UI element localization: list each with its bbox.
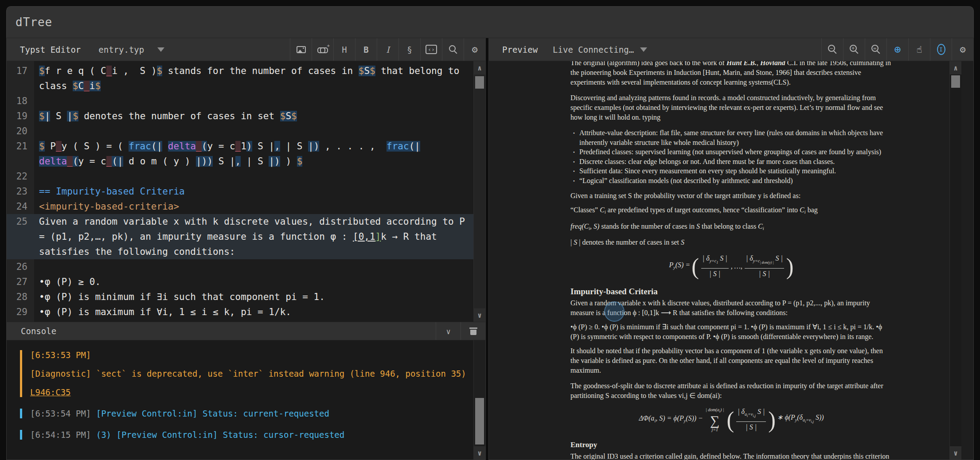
line-number: 22 bbox=[7, 169, 34, 184]
scroll-down-icon[interactable] bbox=[474, 308, 485, 322]
editor-scrollbar-thumb[interactable] bbox=[475, 76, 484, 89]
editor-scrollbar[interactable] bbox=[473, 61, 485, 322]
bullet-item: “Logical” classification models (not des… bbox=[570, 176, 892, 186]
scroll-down-icon[interactable] bbox=[950, 446, 961, 460]
formula-probability-vector: Py(S) = ( | δy=c1 S | | S | , …, | δy=c|… bbox=[570, 253, 892, 279]
scroll-up-icon[interactable] bbox=[474, 61, 485, 74]
code-line[interactable]: 24<impurity-based-criteria> bbox=[7, 199, 485, 214]
preview-settings-button[interactable] bbox=[952, 38, 973, 61]
code-line[interactable]: 21$ P_y ( S ) = ( frac(| delta_(y = c_1)… bbox=[7, 139, 485, 169]
editor-panel-title: Typst Editor bbox=[7, 45, 81, 55]
status-dropdown-icon[interactable] bbox=[640, 47, 647, 52]
console-header: Console bbox=[7, 322, 485, 340]
code-line[interactable]: 28•φ (P) is minimum if ∃i such that comp… bbox=[7, 289, 485, 304]
console-entry: [6:53:54 PM] [Preview Control:in] Status… bbox=[20, 409, 485, 418]
bold-icon: B bbox=[363, 45, 368, 55]
console-log: L946:C35[6:53:53 PM][Diagnostic] `sect` … bbox=[7, 340, 485, 460]
doc-paragraph: Discovering and analyzing patterns found… bbox=[570, 93, 892, 122]
preview-scrollbar[interactable] bbox=[949, 61, 961, 460]
line-number: 20 bbox=[7, 124, 34, 139]
code-line[interactable]: 17$f r e q ( C_i , S )$ stands for the n… bbox=[7, 63, 485, 94]
console-entries: L946:C35[6:53:53 PM][Diagnostic] `sect` … bbox=[20, 340, 485, 440]
code-editor[interactable]: 17$f r e q ( C_i , S )$ stands for the n… bbox=[7, 61, 485, 322]
console-clear-button[interactable] bbox=[461, 322, 485, 340]
zoom-out-button[interactable] bbox=[821, 38, 843, 61]
pan-button[interactable] bbox=[908, 38, 930, 61]
insert-link-button[interactable] bbox=[312, 38, 333, 61]
code-line[interactable]: 26 bbox=[7, 259, 485, 274]
doc-paragraph: | S | denotes the number of cases in set… bbox=[570, 238, 892, 247]
bullet-item: Attribute-value description: flat file, … bbox=[570, 128, 892, 147]
app-title: dTree bbox=[7, 16, 52, 29]
preview-status[interactable]: Live Connecting… bbox=[538, 45, 634, 55]
gear-icon bbox=[960, 44, 965, 55]
italic-button[interactable]: I bbox=[377, 38, 398, 61]
line-number: 28 bbox=[7, 289, 34, 304]
doc-paragraph: Given a training set S the probability v… bbox=[570, 191, 892, 201]
editor-settings-button[interactable] bbox=[464, 38, 485, 61]
console-title: Console bbox=[7, 326, 56, 336]
zoom-in-button[interactable] bbox=[843, 38, 865, 61]
cursor-indicator-button[interactable] bbox=[930, 38, 952, 61]
zoom-out-icon bbox=[828, 44, 838, 55]
console-entry: [6:54:15 PM] (3) [Preview Control:in] St… bbox=[20, 430, 485, 440]
doc-paragraph: It should be noted that if the probabili… bbox=[570, 346, 892, 375]
line-number: 18 bbox=[7, 94, 34, 109]
hand-icon bbox=[917, 44, 922, 55]
doc-paragraph: The original (algorithm) idea goes back … bbox=[570, 61, 892, 87]
section-button[interactable]: § bbox=[398, 38, 420, 61]
formula-goodness-of-split: ΔΦ(ai, S) = ϕ(Py(S)) − | dom(ai) | ∑ j=1… bbox=[570, 407, 892, 432]
scroll-down-icon[interactable] bbox=[474, 446, 485, 460]
line-number: 23 bbox=[7, 184, 34, 199]
line-number: 25 bbox=[7, 214, 34, 259]
doc-paragraph: •ϕ (P) ≥ 0. •ϕ (P) is minimum if ∃i such… bbox=[570, 322, 892, 342]
preview-scrollbar-thumb[interactable] bbox=[951, 75, 960, 88]
doc-heading-impurity: Impurity-based Criteria bbox=[570, 287, 892, 296]
cursor-indicator-icon bbox=[937, 44, 945, 55]
console-entry: [6:53:53 PM][Diagnostic] `sect` is depre… bbox=[20, 350, 485, 397]
insert-image-button[interactable] bbox=[290, 38, 312, 61]
code-line[interactable]: 22 bbox=[7, 169, 485, 184]
preview-panel: Preview Live Connecting… The original (a… bbox=[488, 38, 974, 460]
doc-heading-entropy: Entropy bbox=[570, 440, 892, 450]
inline-code-button[interactable]: ‹› bbox=[420, 38, 442, 61]
preview-panel-title: Preview bbox=[489, 45, 538, 55]
file-tab[interactable]: entry.typ bbox=[81, 45, 144, 55]
line-number: 27 bbox=[7, 274, 34, 289]
doc-paragraph: Given a random variable x with k discret… bbox=[570, 298, 892, 318]
code-line[interactable]: 23== Impurity-based Criteria bbox=[7, 184, 485, 199]
console-collapse-button[interactable] bbox=[436, 322, 461, 340]
code-line[interactable]: 19$| S |$ denotes the number of cases in… bbox=[7, 109, 485, 124]
search-icon bbox=[448, 44, 458, 55]
code-line[interactable]: 29•φ (P) is maximum if ∀i, 1 ≤ i ≤ k, pi… bbox=[7, 304, 485, 320]
follow-cursor-button[interactable] bbox=[886, 38, 908, 61]
bold-button[interactable]: B bbox=[355, 38, 377, 61]
heading-button[interactable]: H bbox=[333, 38, 355, 61]
code-line[interactable]: 20 bbox=[7, 124, 485, 139]
doc-paragraph: freq(Ci, S) stands for the number of cas… bbox=[570, 222, 892, 234]
gear-icon bbox=[472, 44, 477, 55]
preview-toolbar: Preview Live Connecting… bbox=[489, 38, 973, 61]
code-line[interactable]: 18 bbox=[7, 94, 485, 109]
zoom-reset-button[interactable] bbox=[865, 38, 886, 61]
code-line[interactable]: 25Given a random variable x with k discr… bbox=[7, 214, 485, 259]
bullet-item: Predefined classes: supervised learning … bbox=[570, 147, 892, 157]
image-icon bbox=[297, 46, 306, 53]
line-number: 17 bbox=[7, 63, 34, 94]
line-number: 26 bbox=[7, 259, 34, 274]
doc-paragraph: “Classes” Ci are predefined types of tar… bbox=[570, 205, 892, 217]
chevron-down-icon bbox=[446, 326, 450, 336]
console-scrollbar-thumb[interactable] bbox=[475, 398, 484, 444]
code-lines: 17$f r e q ( C_i , S )$ stands for the n… bbox=[7, 61, 485, 322]
scroll-up-icon[interactable] bbox=[950, 61, 961, 74]
line-number: 19 bbox=[7, 109, 34, 124]
doc-paragraph: The goodness-of-split due to discrete at… bbox=[570, 381, 892, 401]
inline-code-icon: ‹› bbox=[426, 45, 437, 54]
search-button[interactable] bbox=[442, 38, 464, 61]
add-link-icon bbox=[317, 46, 328, 53]
file-dropdown-icon[interactable] bbox=[157, 47, 164, 52]
console-scrollbar[interactable] bbox=[473, 340, 485, 460]
code-line[interactable]: 27•φ (P) ≥ 0. bbox=[7, 274, 485, 289]
console-location-link[interactable]: L946:C35 bbox=[30, 387, 71, 397]
line-number: 24 bbox=[7, 199, 34, 214]
